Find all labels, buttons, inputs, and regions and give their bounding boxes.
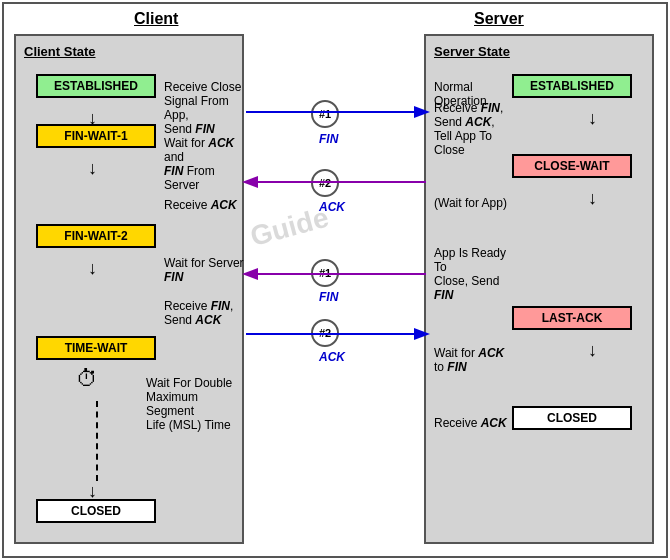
server-label-6: Receive ACK [434,416,519,430]
server-arrow-down-3: ↓ [588,340,597,361]
server-arrow-down-1: ↓ [588,108,597,129]
client-panel: Client State ESTABLISHED ↓ FIN-WAIT-1 ↓ … [14,34,244,544]
client-label-4: Wait for Server FIN [164,256,244,284]
server-panel: Server State ESTABLISHED ↓ CLOSE-WAIT ↓ … [424,34,654,544]
circle-fin2: #1 [311,259,339,287]
client-state-fin-wait-1: FIN-WAIT-1 [36,124,156,148]
arrow-down-3: ↓ [88,258,97,279]
client-state-time-wait: TIME-WAIT [36,336,156,360]
server-label-5: Wait for ACKto FIN [434,346,519,374]
label-ack2: ACK [319,350,345,364]
server-label-3: (Wait for App) [434,196,519,210]
client-label-5: Receive FIN,Send ACK [164,299,244,327]
client-state-closed: CLOSED [36,499,156,523]
server-state-established: ESTABLISHED [512,74,632,98]
clock-icon: ⏱ [76,366,98,392]
server-state-last-ack: LAST-ACK [512,306,632,330]
label-ack1: ACK [319,200,345,214]
label-fin2: FIN [319,290,338,304]
client-label-6: Wait For DoubleMaximum SegmentLife (MSL)… [146,376,236,432]
server-title: Server [474,10,524,28]
client-state-established: ESTABLISHED [36,74,156,98]
server-label-4: App Is Ready ToClose, Send FIN [434,246,519,302]
circle-ack2: #2 [311,319,339,347]
arrow-down-2: ↓ [88,158,97,179]
client-label-2: Wait for ACK andFIN From Server [164,136,244,192]
client-label-3: Receive ACK [164,198,244,212]
circle-ack1: #2 [311,169,339,197]
dashed-line [96,401,98,481]
server-panel-title: Server State [434,44,652,59]
server-state-close-wait: CLOSE-WAIT [512,154,632,178]
circle-fin1: #1 [311,100,339,128]
server-state-closed: CLOSED [512,406,632,430]
client-panel-title: Client State [24,44,242,59]
diagram-container: Client Server TCP4P Guide Client State E… [2,2,668,558]
label-fin1: FIN [319,132,338,146]
server-label-2: Receive FIN,Send ACK,Tell App To Close [434,101,519,157]
client-label-1: Receive CloseSignal From App,Send FIN [164,80,244,136]
server-arrow-down-2: ↓ [588,188,597,209]
client-state-fin-wait-2: FIN-WAIT-2 [36,224,156,248]
client-title: Client [134,10,178,28]
